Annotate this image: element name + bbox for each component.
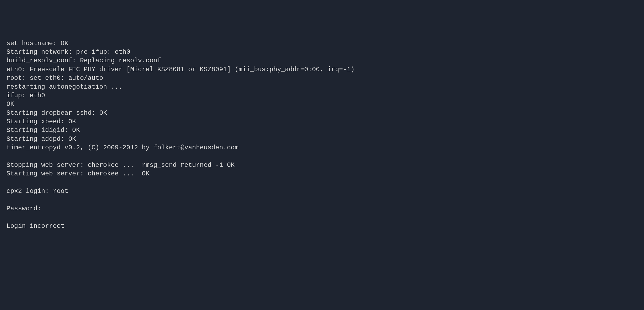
terminal-line: eth0: Freescale FEC PHY driver [Micrel K… bbox=[6, 65, 638, 74]
terminal-line: Stopping web server: cherokee ... rmsg_s… bbox=[6, 161, 638, 170]
terminal-line: OK bbox=[6, 100, 638, 109]
terminal-output[interactable]: set hostname: OKStarting network: pre-if… bbox=[6, 39, 638, 231]
terminal-line: Starting web server: cherokee ... OK bbox=[6, 170, 638, 178]
terminal-line: root: set eth0: auto/auto bbox=[6, 74, 638, 82]
terminal-line: Password: bbox=[6, 204, 638, 213]
terminal-line: Login incorrect bbox=[6, 222, 638, 230]
terminal-line bbox=[6, 178, 638, 187]
terminal-line: build_resolv_conf: Replacing resolv.conf bbox=[6, 56, 638, 65]
terminal-line: Starting network: pre-ifup: eth0 bbox=[6, 48, 638, 56]
terminal-line: Starting addpd: OK bbox=[6, 135, 638, 143]
terminal-line: Starting idigid: OK bbox=[6, 126, 638, 135]
terminal-line: Starting dropbear sshd: OK bbox=[6, 109, 638, 117]
terminal-line bbox=[6, 213, 638, 222]
terminal-line bbox=[6, 152, 638, 161]
terminal-line: set hostname: OK bbox=[6, 39, 638, 48]
terminal-line: cpx2 login: root bbox=[6, 187, 638, 196]
terminal-line: restarting autonegotiation ... bbox=[6, 83, 638, 91]
terminal-line: ifup: eth0 bbox=[6, 91, 638, 100]
terminal-line: timer_entropyd v0.2, (C) 2009-2012 by fo… bbox=[6, 143, 638, 152]
terminal-line bbox=[6, 196, 638, 204]
terminal-line: Starting xbeed: OK bbox=[6, 117, 638, 126]
